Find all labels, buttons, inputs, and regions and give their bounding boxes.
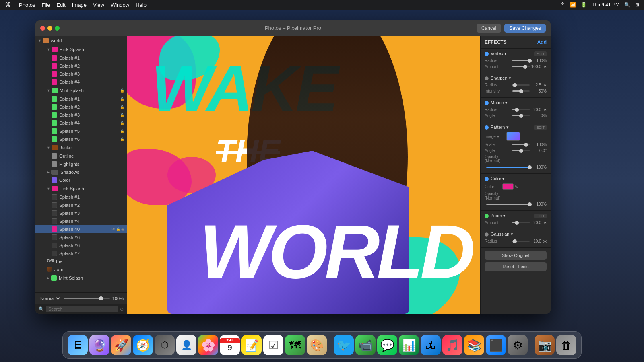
dock-icon-calendar[interactable]: THU 9 — [220, 335, 240, 355]
layer-item-mint-1[interactable]: Splash #1 🔒 — [35, 95, 127, 103]
layer-item-mint-6[interactable]: Splash #6 🔒 — [35, 135, 127, 143]
dock-icon-launchpad[interactable]: 🚀 — [111, 335, 131, 355]
dock-icon-contacts[interactable]: 👤 — [176, 335, 196, 355]
pattern-scale-slider[interactable] — [512, 144, 530, 145]
layer-item-ps-6b[interactable]: Splash #6 — [35, 241, 127, 249]
motion-angle-slider[interactable] — [512, 115, 530, 116]
pattern-opacity-slider[interactable] — [486, 167, 530, 168]
vortex-edit-button[interactable]: EDIT — [534, 51, 547, 56]
layer-item-shadows[interactable]: ▶ Shadows — [35, 168, 127, 176]
layer-item-ps-1[interactable]: Splash #1 — [35, 193, 127, 201]
effect-toggle-motion[interactable] — [485, 101, 489, 105]
fullscreen-button[interactable] — [55, 26, 60, 31]
vortex-amount-slider[interactable] — [512, 66, 530, 67]
layer-item-ps-6a[interactable]: Splash #6 — [35, 233, 127, 241]
pattern-angle-slider[interactable] — [512, 150, 530, 151]
layer-group-world[interactable]: ▼ world — [35, 36, 127, 45]
dock-icon-finder[interactable]: 🖥 — [68, 335, 88, 355]
dock-icon-preferences[interactable]: ⚙ — [508, 335, 528, 355]
effect-toggle-zoom[interactable] — [485, 214, 489, 218]
layer-group-jacket[interactable]: ▼ Jacket — [35, 143, 127, 152]
dock-icon-books[interactable]: 📚 — [464, 335, 484, 355]
dock-icon-facetime[interactable]: 📹 — [355, 335, 376, 355]
layer-item-mint-4[interactable]: Splash #4 🔒 — [35, 119, 127, 127]
effect-toggle-pattern[interactable] — [485, 125, 489, 130]
dock-icon-messages[interactable]: 💬 — [377, 335, 397, 355]
dock-icon-photos[interactable]: 🌸 — [198, 335, 218, 355]
layer-item-ps-2[interactable]: Splash #2 — [35, 201, 127, 209]
layer-item-john[interactable]: John — [35, 265, 127, 274]
layer-item-splash-1[interactable]: Splash #1 — [35, 54, 127, 62]
dock-icon-appstore[interactable]: ⬛ — [486, 335, 506, 355]
reset-effects-button[interactable]: Reset Effects — [485, 262, 547, 271]
layer-item-color[interactable]: Color — [35, 176, 127, 184]
gaussian-radius-slider[interactable] — [512, 241, 530, 242]
dock-icon-keynote[interactable]: 🖧 — [421, 335, 441, 355]
zoom-amount-slider[interactable] — [512, 222, 530, 223]
menu-file[interactable]: File — [41, 2, 50, 8]
cancel-button[interactable]: Cancel — [477, 24, 501, 33]
effect-toggle-sharpen[interactable] — [485, 76, 489, 80]
dock-icon-numbers[interactable]: 📊 — [399, 335, 419, 355]
layer-item-the[interactable]: THE the — [35, 257, 127, 265]
apple-logo-icon[interactable]: ⌘ — [5, 1, 11, 8]
layer-item-ps-7[interactable]: Splash #7 — [35, 249, 127, 257]
menu-edit[interactable]: Edit — [56, 2, 65, 8]
layer-item-splash-40[interactable]: Splash 40 👁 🔒 ◉ — [35, 225, 127, 233]
search-input[interactable] — [46, 306, 118, 312]
layer-item-mint-2[interactable]: Splash #2 🔒 — [35, 103, 127, 111]
color-edit-button[interactable]: ✎ — [515, 185, 518, 189]
motion-radius-slider[interactable] — [512, 109, 530, 110]
blend-mode-select[interactable]: Normal — [39, 296, 61, 301]
layer-item-ps-3[interactable]: Splash #3 — [35, 209, 127, 217]
add-effect-button[interactable]: Add — [537, 39, 547, 45]
control-center-icon[interactable]: ⊞ — [635, 2, 639, 8]
minimize-button[interactable] — [47, 26, 52, 31]
show-original-button[interactable]: Show Original — [485, 251, 547, 260]
dock-icon-safari[interactable]: 🧭 — [133, 335, 153, 355]
close-button[interactable] — [40, 26, 45, 31]
menu-photos[interactable]: Photos — [19, 2, 35, 8]
pattern-thumbnail[interactable] — [506, 132, 520, 141]
sharpen-radius-slider[interactable] — [512, 84, 530, 86]
layer-item-mint-5[interactable]: Splash #5 🔒 — [35, 127, 127, 135]
dock-icon-twitter[interactable]: 🐦 — [334, 335, 354, 355]
opacity-slider[interactable] — [64, 298, 110, 299]
dock-icon-migration[interactable]: ⬡ — [155, 335, 175, 355]
menu-window[interactable]: Window — [111, 2, 129, 8]
layer-item-splash-2[interactable]: Splash #2 — [35, 62, 127, 70]
menu-help[interactable]: Help — [136, 2, 147, 8]
menu-view[interactable]: View — [93, 2, 104, 8]
layer-item-splash-4[interactable]: Splash #4 — [35, 78, 127, 86]
layer-item-ps-4[interactable]: Splash #4 — [35, 217, 127, 225]
menu-image[interactable]: Image — [72, 2, 87, 8]
dock-icon-maps[interactable]: 🗺 — [285, 335, 305, 355]
layer-item-mint-3[interactable]: Splash #3 🔒 — [35, 111, 127, 119]
dock-icon-reminders[interactable]: ☑ — [263, 335, 283, 355]
sharpen-intensity-slider[interactable] — [512, 90, 530, 92]
layer-item-splash-3[interactable]: Splash #3 — [35, 70, 127, 78]
effect-toggle-gaussian[interactable] — [485, 232, 489, 237]
canvas-area[interactable]: WAKE THE WORLD — [127, 36, 480, 314]
dock-icon-pixelmator[interactable]: 🎨 — [307, 335, 327, 355]
filter-icon[interactable]: ⊙ — [120, 306, 124, 312]
effect-toggle-vortex[interactable] — [485, 52, 489, 56]
effect-toggle-color[interactable] — [485, 177, 489, 181]
dock-icon-trash[interactable]: 🗑 — [556, 335, 576, 355]
layer-group-mint-splash-1[interactable]: ▼ Mint Splash 🔒 — [35, 86, 127, 95]
dock-icon-notes[interactable]: 📝 — [242, 335, 262, 355]
color-swatch[interactable] — [502, 183, 514, 190]
layer-item-outline[interactable]: Outline — [35, 152, 127, 160]
search-icon[interactable]: 🔍 — [624, 2, 630, 8]
layer-group-pink-splash-1[interactable]: ▼ Pink Splash — [35, 45, 127, 54]
dock-icon-siri[interactable]: 🔮 — [89, 335, 109, 355]
vortex-radius-slider[interactable] — [512, 60, 530, 61]
dock-icon-photo-library[interactable]: 📷 — [535, 335, 555, 355]
pattern-edit-button[interactable]: EDIT — [534, 125, 547, 130]
layer-group-mint-splash-2[interactable]: ▶ Mint Splash — [35, 274, 127, 282]
zoom-edit-button[interactable]: EDIT — [534, 214, 547, 218]
save-changes-button[interactable]: Save Changes — [504, 24, 546, 33]
layer-group-pink-splash-2[interactable]: ▼ Pink Splash — [35, 184, 127, 193]
dock-icon-music[interactable]: 🎵 — [442, 335, 462, 355]
color-opacity-slider[interactable] — [486, 204, 530, 205]
